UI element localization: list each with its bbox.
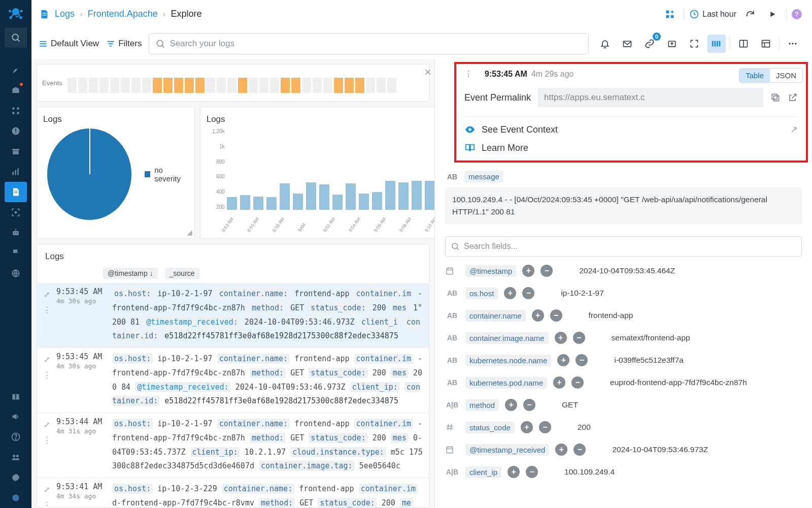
nav-apps-icon[interactable] (5, 101, 27, 121)
close-detail-icon[interactable] (424, 68, 432, 76)
split-view-icon[interactable] (734, 35, 753, 53)
field-value: euprod-frontend-app-7fd7f9c4bc-zn87h (590, 378, 802, 387)
table-row[interactable]: ⤢⋮ 9:53:44 AM4m 31s ago os.host: ip-10-2… (37, 412, 429, 478)
add-widget-icon[interactable] (661, 6, 679, 23)
table-row[interactable]: ⤢⋮ 9:53:45 AM4m 30s ago os.host: ip-10-2… (37, 283, 429, 347)
saved-view-dropdown[interactable]: Default View (39, 39, 99, 49)
nav-search[interactable] (5, 27, 27, 48)
crumb-app[interactable]: Frontend.Apache (88, 9, 158, 19)
detail-menu-icon[interactable]: ⋮ (464, 69, 472, 79)
permalink-input[interactable] (538, 88, 763, 107)
field-row: A|B client_ip + − 100.109.249.4 (445, 461, 802, 483)
field-row: AB kubernetes.node.name + − i-039ffe5c51… (445, 349, 802, 371)
bell-icon[interactable] (596, 35, 614, 53)
row-more-icon[interactable]: ⋮ (43, 435, 51, 444)
exclude-filter-icon[interactable]: − (573, 332, 585, 344)
refresh-icon[interactable] (741, 6, 759, 23)
add-filter-icon[interactable]: + (522, 265, 534, 277)
field-name-chip[interactable]: @timestamp_received (465, 444, 549, 456)
play-icon[interactable] (764, 6, 781, 23)
exclude-filter-icon[interactable]: − (540, 265, 553, 277)
help-badge-icon[interactable]: ? (792, 9, 802, 19)
nav-globe-icon[interactable] (5, 263, 27, 283)
highlight-toggle-icon[interactable] (707, 35, 726, 53)
row-more-icon[interactable]: ⋮ (43, 370, 51, 379)
row-more-icon[interactable]: ⋮ (43, 305, 51, 314)
add-filter-icon[interactable]: + (555, 332, 567, 344)
open-external-icon[interactable] (788, 92, 798, 103)
nav-robot-icon[interactable] (5, 223, 27, 243)
add-filter-icon[interactable]: + (504, 287, 516, 299)
screenshot-icon[interactable] (663, 35, 681, 53)
col-timestamp[interactable]: @timestamp ↓ (103, 268, 158, 279)
nav-settings-icon[interactable] (5, 467, 27, 488)
message-chip[interactable]: message (464, 171, 503, 182)
field-name-chip[interactable]: client_ip (465, 466, 501, 478)
nav-gift-icon[interactable] (5, 386, 27, 406)
nav-logs-icon[interactable] (5, 182, 27, 202)
add-filter-icon[interactable]: + (557, 354, 569, 366)
learn-more-link[interactable]: Learn More (464, 142, 798, 153)
add-filter-icon[interactable]: + (521, 421, 533, 433)
exclude-filter-icon[interactable]: − (576, 354, 588, 366)
more-icon[interactable] (784, 35, 802, 53)
see-context-link[interactable]: See Event Context ↗ (464, 124, 798, 135)
table-view-icon[interactable] (757, 35, 775, 53)
tab-json[interactable]: JSON (770, 69, 802, 82)
add-filter-icon[interactable]: + (532, 309, 544, 322)
filters-button[interactable]: Filters (106, 39, 142, 49)
crumb-logs[interactable]: Logs (55, 9, 75, 19)
logs-search-input[interactable]: Search your logs (149, 33, 589, 54)
expand-icon[interactable]: ⤢ (44, 420, 50, 429)
exclude-filter-icon[interactable]: − (571, 376, 584, 389)
fields-search-input[interactable]: Search fields... (445, 236, 802, 257)
field-name-chip[interactable]: status_code (465, 422, 515, 433)
col-source[interactable]: _source (165, 268, 199, 279)
nav-chart-icon[interactable] (5, 162, 27, 182)
field-name-chip[interactable]: method (465, 399, 499, 411)
nav-flag-icon[interactable] (5, 243, 27, 263)
field-name-chip[interactable]: kubernetes.node.name (465, 355, 551, 366)
field-name-chip[interactable]: kubernetes.pod.name (465, 377, 547, 389)
copy-icon[interactable] (770, 92, 781, 103)
row-more-icon[interactable]: ⋮ (43, 500, 51, 507)
nav-scan-icon[interactable] (5, 202, 27, 223)
nav-brain-icon[interactable] (5, 488, 27, 508)
expand-icon[interactable]: ⤢ (44, 290, 50, 299)
share-icon[interactable]: 0 (640, 35, 659, 53)
exclude-filter-icon[interactable]: − (550, 309, 562, 322)
field-name-chip[interactable]: @timestamp (465, 265, 516, 277)
tab-table[interactable]: Table (739, 69, 770, 82)
add-filter-icon[interactable]: + (555, 443, 567, 456)
nav-inbox-icon[interactable] (5, 80, 27, 101)
field-name-chip[interactable]: os.host (465, 288, 498, 299)
mail-icon[interactable] (618, 35, 636, 53)
nav-rocket-icon[interactable] (5, 60, 27, 80)
field-name-chip[interactable]: container.name (465, 310, 526, 322)
nav-alert-icon[interactable] (5, 121, 27, 141)
exclude-filter-icon[interactable]: − (523, 399, 535, 411)
add-filter-icon[interactable]: + (505, 399, 517, 411)
logs-table-panel: Logs @timestamp ↓ _source ⤢⋮ 9:53:45 AM4… (37, 244, 429, 508)
nav-team-icon[interactable] (5, 447, 27, 467)
logs-table-title: Logs (37, 244, 429, 265)
nav-archive-icon[interactable] (5, 141, 27, 162)
exclude-filter-icon[interactable]: − (522, 287, 534, 299)
expand-icon[interactable]: ⤢ (44, 355, 50, 364)
nav-help-icon[interactable] (5, 427, 27, 447)
fullscreen-icon[interactable] (685, 35, 703, 53)
exclude-filter-icon[interactable]: − (573, 443, 586, 456)
exclude-filter-icon[interactable]: − (526, 466, 538, 478)
table-row[interactable]: ⤢⋮ 9:53:45 AM4m 30s ago os.host: ip-10-2… (37, 347, 429, 412)
add-filter-icon[interactable]: + (507, 466, 520, 478)
app-logo[interactable] (5, 2, 27, 24)
exclude-filter-icon[interactable]: − (539, 421, 551, 433)
table-row[interactable]: ⤢⋮ 9:53:41 AM4m 34s ago os.host: ip-10-2… (37, 478, 429, 507)
resize-handle-icon[interactable]: ◢ (187, 228, 192, 236)
field-name-chip[interactable]: container.image.name (465, 332, 549, 344)
expand-icon[interactable]: ⤢ (44, 485, 50, 494)
time-range[interactable]: Last hour (689, 9, 736, 19)
add-filter-icon[interactable]: + (553, 376, 565, 389)
logs-pie-panel: Logs no severity ◢ (37, 107, 195, 239)
nav-megaphone-icon[interactable] (5, 406, 27, 427)
